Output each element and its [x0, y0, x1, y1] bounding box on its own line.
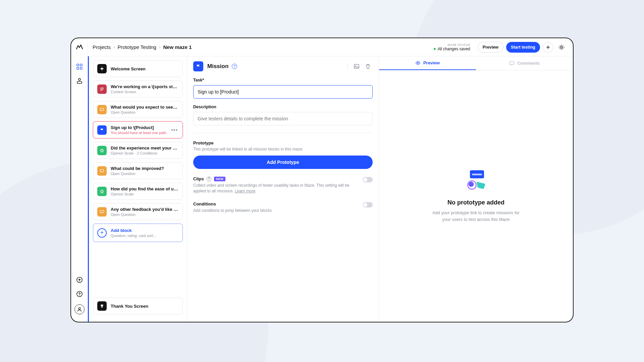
tab-comments[interactable]: Comments	[476, 56, 573, 70]
block-welcome-screen[interactable]: Welcome Screen	[93, 60, 183, 77]
block-subtitle: Context Screen	[111, 90, 178, 94]
preview-empty-state: No prototype added Add your prototype li…	[379, 70, 573, 322]
add-prototype-button[interactable]: Add Prototype	[193, 156, 373, 169]
blocks-panel: Welcome Screen We're working on a \[spor…	[88, 56, 187, 322]
block-title: Any other feedback you'd like to a...	[111, 207, 178, 212]
block-title: What would you expect to see fro...	[111, 105, 178, 110]
nav-account-icon[interactable]	[74, 304, 85, 314]
settings-button[interactable]	[556, 42, 567, 53]
tab-preview[interactable]: Preview	[379, 56, 476, 70]
block-subtitle: Open Question	[111, 172, 178, 176]
help-icon[interactable]: ?	[207, 177, 211, 181]
block-subtitle: Open Question	[111, 213, 178, 217]
svg-rect-2	[77, 67, 79, 69]
chevron-right-icon: ›	[159, 45, 160, 50]
add-block-button[interactable]: + Add block Question, rating, card sort.…	[93, 224, 183, 242]
delete-icon[interactable]	[363, 62, 373, 71]
learn-more-link[interactable]: Learn more	[235, 189, 255, 193]
clips-description: Collect video and screen recordings of t…	[193, 183, 363, 194]
sparkle-icon	[97, 64, 107, 73]
block-title: How did you find the ease of use?	[111, 186, 178, 191]
breadcrumb: Projects › Prototype Testing › New maze …	[93, 44, 192, 50]
description-input[interactable]	[193, 112, 373, 125]
breadcrumb-projects[interactable]: Projects	[93, 44, 111, 50]
block-subtitle: Opinion Scale · 2 Conditions	[111, 151, 178, 155]
document-icon	[97, 84, 107, 94]
block-title: Welcome Screen	[111, 66, 178, 71]
block-thank-you-screen[interactable]: Thank You Screen	[93, 298, 183, 314]
maze-status-label: MAZE STATUS	[434, 43, 470, 47]
block-more-icon[interactable]: •••	[170, 127, 178, 133]
svg-point-16	[417, 62, 419, 64]
nav-panel-icon[interactable]	[74, 75, 85, 86]
clips-toggle[interactable]	[363, 177, 373, 182]
svg-rect-5	[77, 81, 82, 83]
block-open-question-2[interactable]: What could be improved? Open Question	[93, 162, 183, 179]
maze-status: MAZE STATUS All changes saved	[434, 43, 470, 51]
star-icon	[97, 146, 107, 155]
block-subtitle: Open Question	[111, 110, 178, 114]
eye-icon	[415, 60, 421, 66]
svg-rect-11	[100, 108, 104, 110]
breadcrumb-prototype-testing[interactable]: Prototype Testing	[118, 44, 157, 50]
prototype-illustration-icon	[465, 170, 487, 191]
add-button[interactable]	[543, 42, 553, 53]
side-nav	[71, 38, 88, 322]
conditions-toggle[interactable]	[363, 202, 373, 207]
topbar-actions: MAZE STATUS All changes saved Preview St…	[434, 42, 567, 53]
empty-state-title: No prototype added	[447, 199, 504, 206]
svg-rect-14	[354, 64, 359, 68]
chat-icon	[97, 207, 107, 217]
app-window: Projects › Prototype Testing › New maze …	[70, 38, 574, 322]
add-block-title: Add block	[111, 228, 156, 233]
prototype-description: This prototype will be linked to all mis…	[193, 147, 373, 152]
block-subtitle-warning: You should have at least one path.	[111, 131, 170, 135]
svg-point-3	[80, 67, 82, 69]
maze-status-text: All changes saved	[437, 47, 470, 51]
svg-rect-13	[100, 210, 104, 213]
chat-icon	[97, 105, 107, 114]
svg-rect-12	[100, 169, 104, 172]
conditions-description: Add conditions to jump between your bloc…	[193, 208, 363, 214]
divider	[193, 133, 373, 133]
block-open-question-3[interactable]: Any other feedback you'd like to a... Op…	[93, 203, 183, 220]
block-opinion-scale-1[interactable]: Did the experience meet your exp... Opin…	[93, 142, 183, 159]
top-bar: Projects › Prototype Testing › New maze …	[88, 38, 573, 56]
maze-status-line: All changes saved	[434, 47, 470, 51]
svg-point-9	[78, 308, 80, 309]
help-icon[interactable]: ?	[232, 64, 237, 69]
svg-point-8	[79, 295, 80, 296]
svg-rect-1	[80, 64, 82, 66]
new-badge: NEW	[214, 177, 226, 181]
divider	[347, 63, 348, 70]
chevron-right-icon: ›	[113, 45, 115, 50]
description-label: Description	[193, 105, 373, 109]
preview-button[interactable]: Preview	[478, 42, 503, 53]
flag-icon	[193, 61, 203, 71]
svg-rect-17	[510, 61, 514, 64]
block-title: Thank You Screen	[111, 304, 178, 309]
start-testing-button[interactable]: Start testing	[506, 42, 540, 53]
task-label: Task*	[193, 78, 373, 82]
status-dot-icon	[434, 48, 436, 50]
prototype-label: Prototype	[193, 140, 373, 145]
nav-build-icon[interactable]	[74, 61, 85, 72]
block-open-question-1[interactable]: What would you expect to see fro... Open…	[93, 101, 183, 118]
editor-title: Mission	[207, 63, 228, 70]
chat-icon	[97, 166, 107, 176]
task-input[interactable]	[193, 85, 373, 99]
nav-upload-icon[interactable]	[74, 274, 85, 286]
main-column: Projects › Prototype Testing › New maze …	[88, 38, 573, 322]
star-icon	[97, 187, 107, 196]
plus-circle-icon: +	[97, 228, 107, 238]
editor-panel: Mission ? Task*	[187, 56, 379, 322]
nav-help-icon[interactable]	[74, 288, 85, 300]
block-opinion-scale-2[interactable]: How did you find the ease of use? Opinio…	[93, 183, 183, 200]
block-context-screen[interactable]: We're working on a \[sports strea... Con…	[93, 80, 183, 98]
block-mission[interactable]: Sign up to \[Product] You should have at…	[93, 121, 183, 138]
add-block-subtitle: Question, rating, card sort...	[111, 234, 156, 238]
tab-preview-label: Preview	[423, 60, 440, 65]
block-title: What could be improved?	[111, 166, 178, 171]
body-row: Welcome Screen We're working on a \[spor…	[88, 56, 573, 322]
image-settings-icon[interactable]	[352, 62, 361, 71]
